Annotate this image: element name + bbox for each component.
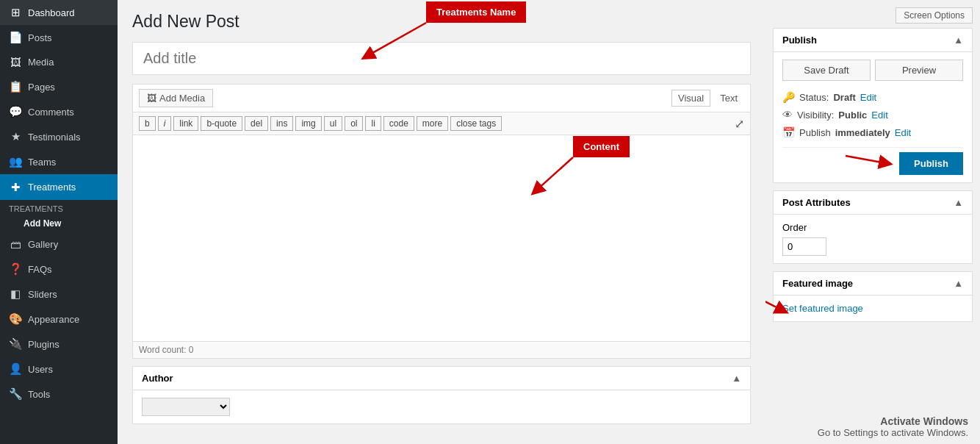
featured-image-panel: Featured image ▲ Set featured image: [773, 271, 973, 322]
pages-icon: 📋: [9, 80, 22, 93]
editor-body[interactable]: [133, 135, 750, 341]
editor-btn-ins[interactable]: ins: [270, 116, 293, 131]
set-featured-image-link[interactable]: Set featured image: [782, 303, 863, 314]
save-draft-button[interactable]: Save Draft: [782, 60, 871, 81]
editor-buttons-row: b i link b-quote del ins img ul ol li co…: [133, 112, 750, 135]
visual-text-tabs: Visual Text: [671, 90, 744, 107]
publish-panel-body: Save Draft Preview 🔑 Status: Draft Edit …: [774, 52, 972, 182]
right-sidebar: Screen Options Publish ▲ Save Draft Prev…: [765, 0, 980, 444]
add-media-icon: 🖼: [147, 93, 156, 104]
sidebar-item-posts[interactable]: 📄 Posts: [0, 25, 118, 50]
order-label: Order: [782, 222, 963, 233]
sidebar-item-faqs[interactable]: ❓ FAQs: [0, 257, 118, 282]
sidebar-item-sliders[interactable]: ◧ Sliders: [0, 282, 118, 307]
publish-button[interactable]: Publish: [899, 152, 963, 175]
sidebar-item-dashboard[interactable]: ⊞ Dashboard: [0, 0, 118, 25]
editor-btn-b[interactable]: b: [139, 116, 156, 131]
sliders-icon: ◧: [9, 287, 22, 301]
sidebar-item-media[interactable]: 🖼 Media: [0, 50, 118, 74]
author-panel-header: Author ▲: [133, 367, 750, 390]
word-count: Word count: 0: [133, 341, 750, 358]
users-icon: 👤: [9, 362, 22, 376]
editor-btn-more[interactable]: more: [417, 116, 448, 131]
sidebar-item-plugins[interactable]: 🔌 Plugins: [0, 332, 118, 357]
dashboard-icon: ⊞: [9, 6, 22, 19]
visibility-edit-link[interactable]: Edit: [871, 110, 887, 121]
sidebar-sub-item-add-new[interactable]: Add New: [0, 215, 118, 232]
sidebar: ⊞ Dashboard 📄 Posts 🖼 Media 📋 Pages 💬 Co…: [0, 0, 118, 444]
expand-editor-button[interactable]: ⤢: [735, 117, 744, 131]
sidebar-item-tools[interactable]: 🔧 Tools: [0, 382, 118, 407]
appearance-icon: 🎨: [9, 312, 22, 326]
comments-icon: 💬: [9, 105, 22, 118]
publish-panel-toggle[interactable]: ▲: [954, 35, 963, 46]
editor-btn-li[interactable]: li: [365, 116, 381, 131]
sidebar-item-pages[interactable]: 📋 Pages: [0, 74, 118, 99]
publish-btn-wrap: Publish: [782, 147, 963, 175]
author-panel-toggle[interactable]: ▲: [732, 373, 741, 384]
posts-icon: 📄: [9, 31, 22, 44]
faqs-icon: ❓: [9, 262, 22, 276]
publish-time-edit-link[interactable]: Edit: [895, 127, 911, 138]
publish-meta: 🔑 Status: Draft Edit 👁 Visibility: Publi…: [782, 88, 963, 141]
visibility-icon: 👁: [782, 109, 793, 121]
status-icon: 🔑: [782, 91, 795, 103]
treatments-icon: ✚: [9, 181, 22, 194]
status-edit-link[interactable]: Edit: [860, 92, 876, 103]
windows-activation-notice: Activate Windows Go to Settings to activ…: [774, 409, 980, 444]
order-input[interactable]: [782, 237, 826, 256]
editor-wrap: 🖼 Add Media Visual Text b i link b-quote…: [132, 84, 751, 359]
page-title: Add New Post: [132, 12, 751, 32]
sidebar-arrow-icon: ◀: [100, 180, 109, 194]
featured-image-body: Set featured image: [774, 296, 972, 321]
sidebar-item-comments[interactable]: 💬 Comments: [0, 99, 118, 124]
tab-text[interactable]: Text: [713, 90, 744, 107]
publish-panel: Publish ▲ Save Draft Preview 🔑 Status: D…: [773, 28, 973, 183]
post-attributes-body: Order: [774, 215, 972, 263]
author-panel-body: [133, 390, 750, 423]
editor-btn-b-quote[interactable]: b-quote: [201, 116, 242, 131]
calendar-icon: 📅: [782, 126, 795, 138]
preview-button[interactable]: Preview: [875, 60, 963, 81]
tab-visual[interactable]: Visual: [671, 90, 710, 107]
post-attributes-header: Post Attributes ▲: [774, 191, 972, 215]
post-attributes-panel: Post Attributes ▲ Order: [773, 190, 973, 264]
teams-icon: 👥: [9, 155, 22, 168]
editor-btn-ol[interactable]: ol: [345, 116, 363, 131]
main-content: Treatments Name Content Add New Post 🖼 A…: [118, 0, 765, 444]
status-row: 🔑 Status: Draft Edit: [782, 88, 963, 106]
editor-btn-code[interactable]: code: [383, 116, 414, 131]
post-attributes-toggle[interactable]: ▲: [954, 197, 963, 208]
sidebar-item-appearance[interactable]: 🎨 Appearance: [0, 307, 118, 332]
screen-options-button[interactable]: Screen Options: [896, 7, 973, 24]
editor-toolbar-top: 🖼 Add Media Visual Text: [133, 85, 750, 112]
screen-options-bar: Screen Options: [773, 7, 973, 24]
editor-btn-img[interactable]: img: [295, 116, 321, 131]
sidebar-sub-section-label: Treatments: [0, 200, 118, 215]
editor-btn-link[interactable]: link: [173, 116, 198, 131]
sidebar-item-testimonials[interactable]: ★ Testimonials: [0, 124, 118, 149]
sidebar-item-treatments[interactable]: ✚ Treatments ◀: [0, 174, 118, 200]
add-media-button[interactable]: 🖼 Add Media: [139, 89, 213, 107]
media-icon: 🖼: [9, 56, 22, 68]
editor-btn-ul[interactable]: ul: [324, 116, 342, 131]
visibility-row: 👁 Visibility: Public Edit: [782, 106, 963, 123]
title-input[interactable]: [132, 42, 751, 75]
testimonials-icon: ★: [9, 130, 22, 143]
publish-panel-header: Publish ▲: [774, 29, 972, 52]
gallery-icon: 🗃: [9, 238, 22, 251]
svg-line-2: [846, 156, 886, 163]
editor-btn-i[interactable]: i: [158, 116, 172, 131]
editor-btn-del[interactable]: del: [245, 116, 268, 131]
publish-actions: Save Draft Preview: [782, 60, 963, 81]
sidebar-item-gallery[interactable]: 🗃 Gallery: [0, 232, 118, 257]
plugins-icon: 🔌: [9, 337, 22, 351]
sidebar-item-teams[interactable]: 👥 Teams: [0, 149, 118, 174]
featured-image-toggle[interactable]: ▲: [954, 278, 963, 289]
featured-image-header: Featured image ▲: [774, 272, 972, 296]
editor-btn-close-tags[interactable]: close tags: [450, 116, 502, 131]
author-select[interactable]: [142, 398, 230, 416]
publish-time-row: 📅 Publish immediately Edit: [782, 123, 963, 141]
tools-icon: 🔧: [9, 387, 22, 401]
sidebar-item-users[interactable]: 👤 Users: [0, 357, 118, 382]
